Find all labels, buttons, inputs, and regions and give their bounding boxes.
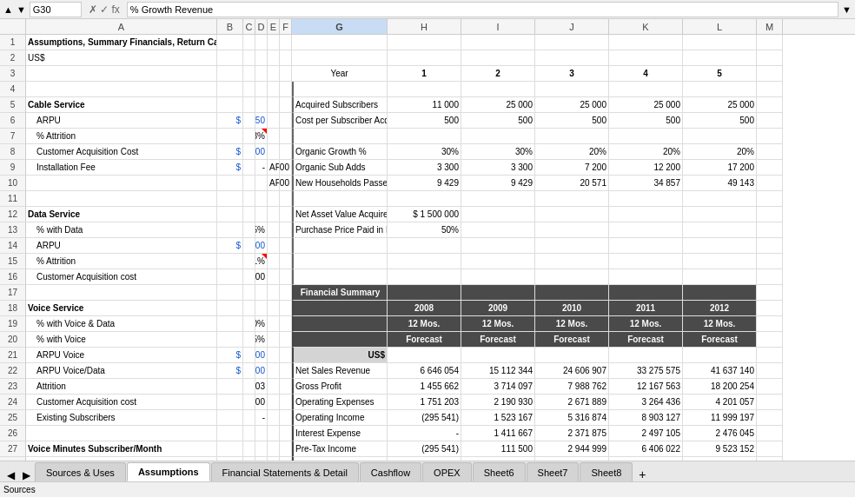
col-header-E[interactable]: E bbox=[268, 19, 280, 34]
cell-B27[interactable] bbox=[217, 441, 243, 457]
cell-F17[interactable] bbox=[280, 285, 292, 301]
cell-E17[interactable] bbox=[268, 285, 280, 301]
cell-C11[interactable] bbox=[243, 191, 255, 207]
cell-H13[interactable]: 50% bbox=[388, 222, 461, 238]
cell-J2[interactable] bbox=[535, 50, 609, 66]
cell-G16[interactable] bbox=[292, 269, 388, 285]
cell-A7[interactable]: % Attrition bbox=[26, 129, 217, 144]
cell-K11[interactable] bbox=[609, 191, 683, 207]
cell-F11[interactable] bbox=[280, 191, 292, 207]
cell-C22[interactable] bbox=[243, 363, 255, 379]
cell-M13[interactable] bbox=[757, 222, 783, 238]
cell-C12[interactable] bbox=[243, 207, 255, 222]
cell-E4[interactable] bbox=[268, 82, 280, 97]
cell-B11[interactable] bbox=[217, 191, 243, 207]
cell-B22[interactable]: $ bbox=[217, 363, 243, 379]
cell-M16[interactable] bbox=[757, 269, 783, 285]
cell-B12[interactable] bbox=[217, 207, 243, 222]
cell-L1[interactable] bbox=[683, 35, 757, 50]
cell-B21[interactable]: $ bbox=[217, 348, 243, 363]
tab-sheet6[interactable]: Sheet6 bbox=[473, 462, 526, 481]
cell-G24[interactable]: Operating Expenses bbox=[292, 395, 388, 410]
cell-F23[interactable] bbox=[280, 379, 292, 395]
cell-G11[interactable] bbox=[292, 191, 388, 207]
cell-B16[interactable] bbox=[217, 269, 243, 285]
cell-F18[interactable] bbox=[280, 301, 292, 316]
cell-H5[interactable]: 11 000 bbox=[388, 97, 461, 113]
cell-K10[interactable]: 34 857 bbox=[609, 176, 683, 191]
cell-D6[interactable]: 14,50 bbox=[255, 113, 268, 129]
cell-B28[interactable] bbox=[217, 457, 243, 461]
col-header-F[interactable]: F bbox=[280, 19, 292, 34]
cell-K2[interactable] bbox=[609, 50, 683, 66]
cell-H9[interactable]: 3 300 bbox=[388, 160, 461, 176]
cell-I2[interactable] bbox=[461, 50, 535, 66]
cell-B18[interactable] bbox=[217, 301, 243, 316]
cell-F22[interactable] bbox=[280, 363, 292, 379]
cell-C21[interactable] bbox=[243, 348, 255, 363]
cell-J9[interactable]: 7 200 bbox=[535, 160, 609, 176]
cell-J7[interactable] bbox=[535, 129, 609, 144]
cell-B9[interactable]: $ bbox=[217, 160, 243, 176]
cell-J13[interactable] bbox=[535, 222, 609, 238]
cell-L20[interactable]: Forecast bbox=[683, 332, 757, 348]
cell-D1[interactable] bbox=[255, 35, 268, 50]
cell-G15[interactable] bbox=[292, 254, 388, 269]
cell-A27[interactable]: Voice Minutes Subscriber/Month bbox=[26, 441, 217, 457]
cell-C10[interactable] bbox=[243, 176, 255, 191]
cell-M1[interactable] bbox=[757, 35, 783, 50]
cell-H16[interactable] bbox=[388, 269, 461, 285]
cell-K26[interactable]: 2 497 105 bbox=[609, 426, 683, 441]
cell-G7[interactable] bbox=[292, 129, 388, 144]
cell-M26[interactable] bbox=[757, 426, 783, 441]
cell-G13[interactable]: Purchase Price Paid in New Stock bbox=[292, 222, 388, 238]
cell-E12[interactable] bbox=[268, 207, 280, 222]
cell-I28[interactable]: 4 802 457 bbox=[461, 457, 535, 461]
cell-G5[interactable]: Acquired Subscribers bbox=[292, 97, 388, 113]
cell-A26[interactable] bbox=[26, 426, 217, 441]
cell-D12[interactable] bbox=[255, 207, 268, 222]
cell-A14[interactable]: ARPU bbox=[26, 238, 217, 254]
cell-G9[interactable]: Organic Sub Adds bbox=[292, 160, 388, 176]
cell-L22[interactable]: 41 637 140 bbox=[683, 363, 757, 379]
cell-F24[interactable] bbox=[280, 395, 292, 410]
cell-C20[interactable] bbox=[243, 332, 255, 348]
cell-C24[interactable] bbox=[243, 395, 255, 410]
col-header-I[interactable]: I bbox=[461, 19, 535, 34]
cell-A10[interactable] bbox=[26, 176, 217, 191]
cell-H24[interactable]: 1 751 203 bbox=[388, 395, 461, 410]
cell-B8[interactable]: $ bbox=[217, 144, 243, 160]
cell-H22[interactable]: 6 646 054 bbox=[388, 363, 461, 379]
cell-H4[interactable] bbox=[388, 82, 461, 97]
cell-B23[interactable] bbox=[217, 379, 243, 395]
formula-input[interactable] bbox=[127, 2, 838, 17]
tab-assumptions[interactable]: Assumptions bbox=[127, 462, 210, 481]
cell-J21[interactable] bbox=[535, 348, 609, 363]
cell-G3-year[interactable]: Year bbox=[292, 66, 388, 82]
cell-D13[interactable]: 35% bbox=[255, 222, 268, 238]
cell-C17[interactable] bbox=[243, 285, 255, 301]
cell-I12[interactable] bbox=[461, 207, 535, 222]
cell-J23[interactable]: 7 988 762 bbox=[535, 379, 609, 395]
cell-F4[interactable] bbox=[280, 82, 292, 97]
cell-A20[interactable]: % with Voice bbox=[26, 332, 217, 348]
cell-E19[interactable] bbox=[268, 316, 280, 332]
tab-sheet8[interactable]: Sheet8 bbox=[580, 462, 633, 481]
cell-G18[interactable] bbox=[292, 301, 388, 316]
cell-A17[interactable] bbox=[26, 285, 217, 301]
cell-G26[interactable]: Interest Expense bbox=[292, 426, 388, 441]
col-header-D[interactable]: D bbox=[255, 19, 268, 34]
cell-K20[interactable]: Forecast bbox=[609, 332, 683, 348]
cell-C16[interactable] bbox=[243, 269, 255, 285]
cell-G28[interactable]: EBITDA bbox=[292, 457, 388, 461]
cell-I14[interactable] bbox=[461, 238, 535, 254]
cell-L4[interactable] bbox=[683, 82, 757, 97]
cell-B24[interactable] bbox=[217, 395, 243, 410]
col-header-L[interactable]: L bbox=[683, 19, 757, 34]
cell-I19[interactable]: 12 Mos. bbox=[461, 316, 535, 332]
cell-K12[interactable] bbox=[609, 207, 683, 222]
cell-K4[interactable] bbox=[609, 82, 683, 97]
cell-J4[interactable] bbox=[535, 82, 609, 97]
cell-D5[interactable] bbox=[255, 97, 268, 113]
cell-M23[interactable] bbox=[757, 379, 783, 395]
